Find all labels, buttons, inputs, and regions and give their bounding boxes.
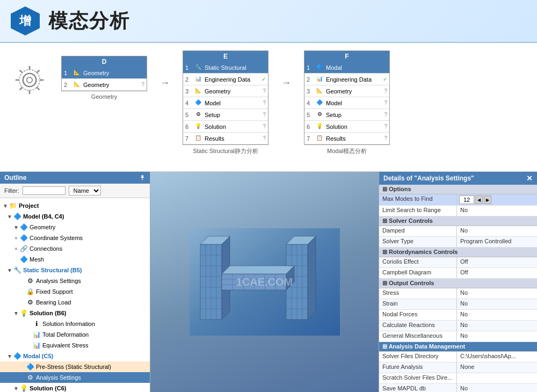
tree-bearing-load[interactable]: ⚙ Bearing Load xyxy=(0,297,150,308)
dt-row-strain: Strain No xyxy=(379,299,537,310)
tree-analysis-settings-b5[interactable]: ⚙ Analysis Settings xyxy=(0,275,150,286)
block-f-container: F 1 🔷 Modal 2 📊 Engineering Data ✓ 3 📐 G… xyxy=(304,50,390,155)
section-rotordynamics[interactable]: ⊞ Rotordynamics Controls xyxy=(379,248,537,257)
prestress-icon: 🔷 xyxy=(26,362,34,371)
outline-pin[interactable]: 🖈 xyxy=(139,174,146,182)
dt-val-future-analysis: None xyxy=(457,362,537,373)
block-e-row-5[interactable]: 5 ⚙ Setup ? xyxy=(183,109,268,121)
gear-area xyxy=(11,61,48,99)
geometry-tree-icon: 🔷 xyxy=(19,223,28,231)
workflow-area: D 1 📐 Geometry 2 📐 Geometry ? Geometry → xyxy=(0,43,537,172)
project-icon: 📁 xyxy=(9,201,17,210)
dt-val-scratch-solver xyxy=(457,373,537,383)
dt-key-campbell: Campbell Diagram xyxy=(379,268,457,278)
block-f-row-4[interactable]: 4 🔷 Model ? xyxy=(304,97,389,109)
dt-key-damped: Damped xyxy=(379,226,457,236)
tree-static-structural[interactable]: ▼ 🔧 Static Structural (B5) xyxy=(0,265,150,275)
tree-solution-c6[interactable]: ▼ 💡 Solution (C6) xyxy=(0,383,150,392)
svg-point-0 xyxy=(23,74,37,87)
section-output-controls[interactable]: ⊞ Output Controls xyxy=(379,279,537,288)
svg-marker-19 xyxy=(222,266,294,274)
tree-model[interactable]: ▼ 🔷 Model (B4, C4) xyxy=(0,211,150,222)
block-e-row-4[interactable]: 4 🔷 Model ? xyxy=(183,97,268,109)
block-e-row-6[interactable]: 6 💡 Solution ? xyxy=(183,121,268,133)
dt-val-limit-search: No xyxy=(457,206,537,216)
tree-solution-info-b6[interactable]: ℹ Solution Information xyxy=(0,318,150,329)
tree-connections[interactable]: + 🔗 Connections xyxy=(0,243,150,254)
dt-val-stress: No xyxy=(457,288,537,299)
block-e-row-1[interactable]: 1 🔧 Static Structural xyxy=(183,62,268,74)
details-close-btn[interactable]: ✕ xyxy=(526,174,533,183)
max-modes-back-btn[interactable]: ◀ xyxy=(475,195,483,204)
dt-val-solver-files-dir: C:\Users\shaosI\Ap... xyxy=(457,352,537,362)
filter-label: Filter: xyxy=(4,187,19,194)
dt-row-solver-type: Solver Type Program Controlled xyxy=(379,237,537,248)
modal-c5-icon: 🔷 xyxy=(13,352,21,360)
max-modes-fwd-btn[interactable]: ▶ xyxy=(484,195,491,204)
block-d-row-2[interactable]: 2 📐 Geometry ? xyxy=(62,79,147,91)
tree-solution-b6[interactable]: ▼ 💡 Solution (B6) xyxy=(0,308,150,318)
section-analysis-data-mgmt[interactable]: ⊞ Analysis Data Management xyxy=(379,342,537,352)
dt-row-stress: Stress No xyxy=(379,288,537,299)
block-f-row-1[interactable]: 1 🔷 Modal xyxy=(304,62,389,74)
dt-key-future-analysis: Future Analysis xyxy=(379,362,457,373)
block-f-row-3[interactable]: 3 📐 Geometry ? xyxy=(304,85,389,97)
connections-icon: 🔗 xyxy=(19,244,28,253)
block-d-header: D xyxy=(62,56,147,67)
block-f-row-6[interactable]: 6 💡 Solution ? xyxy=(304,121,389,133)
tree-project[interactable]: ▼ 📁 Project xyxy=(0,200,150,211)
main-area: D 1 📐 Geometry 2 📐 Geometry ? Geometry → xyxy=(0,43,537,392)
geometry-icon-2: 📐 xyxy=(72,81,81,89)
arrow-d-e: → xyxy=(160,77,170,89)
block-e-row-3[interactable]: 3 📐 Geometry ? xyxy=(183,85,268,97)
dt-key-max-modes: Max Modes to Find xyxy=(379,194,457,205)
tree-coord-systems[interactable]: + 🔷 Coordinate Systems xyxy=(0,233,150,243)
total-deformation-b6-icon: 📊 xyxy=(32,330,41,339)
dt-key-calc-reactions: Calculate Reactions xyxy=(379,321,457,331)
tree-total-deformation-b6[interactable]: 📊 Total Deformation xyxy=(0,329,150,340)
tree-equivalent-stress[interactable]: 📊 Equivalent Stress xyxy=(0,340,150,351)
dt-key-save-mapdl: Save MAPDL db xyxy=(379,384,457,392)
solution-c6-icon: 💡 xyxy=(19,384,28,392)
tree-fixed-support[interactable]: 🔒 Fixed Support xyxy=(0,286,150,297)
workflow-block-f: F 1 🔷 Modal 2 📊 Engineering Data ✓ 3 📐 G… xyxy=(304,50,390,145)
outline-panel: Outline 🖈 Filter: Name ▼ 📁 Project xyxy=(0,172,150,392)
dt-key-strain: Strain xyxy=(379,299,457,309)
filter-select[interactable]: Name xyxy=(69,186,101,195)
solution-b6-icon: 💡 xyxy=(19,309,28,317)
filter-input[interactable] xyxy=(23,186,66,195)
geometry-icon-1: 📐 xyxy=(72,69,81,77)
header-title: 模态分析 xyxy=(48,8,130,34)
block-d-caption: Geometry xyxy=(91,93,117,100)
section-solver-controls[interactable]: ⊞ Solver Controls xyxy=(379,216,537,226)
dt-row-max-modes: Max Modes to Find 12 ◀ ▶ xyxy=(379,194,537,206)
block-e-row-7[interactable]: 7 📋 Results ? xyxy=(183,133,268,144)
dt-row-damped: Damped No xyxy=(379,226,537,237)
dt-key-coriolis: Coriolis Effect xyxy=(379,257,457,267)
section-options[interactable]: ⊞ Options xyxy=(379,185,537,194)
dt-row-calc-reactions: Calculate Reactions No xyxy=(379,321,537,331)
details-header: Details of "Analysis Settings" ✕ xyxy=(379,172,537,185)
tree-modal-c5[interactable]: ▼ 🔷 Modal (C5) xyxy=(0,351,150,361)
model-icon: 🔷 xyxy=(13,212,21,221)
tree-analysis-settings-c5[interactable]: ⚙ Analysis Settings xyxy=(0,372,150,383)
dt-row-scratch-solver: Scratch Solver Files Dire... xyxy=(379,373,537,384)
tree-mesh[interactable]: 🔷 Mesh xyxy=(0,254,150,265)
dt-key-scratch-solver: Scratch Solver Files Dire... xyxy=(379,373,457,383)
dt-val-max-modes[interactable]: 12 ◀ ▶ xyxy=(457,194,537,205)
block-e-row-2[interactable]: 2 📊 Engineering Data ✓ xyxy=(183,74,268,85)
outline-filter: Filter: Name xyxy=(0,184,150,198)
dt-row-general-misc: General Miscellaneous No xyxy=(379,331,537,342)
dt-row-campbell: Campbell Diagram Off xyxy=(379,268,537,279)
block-f-row-7[interactable]: 7 📋 Results ? xyxy=(304,133,389,144)
dt-val-general-misc: No xyxy=(457,331,537,342)
tree-geometry[interactable]: ▼ 🔷 Geometry xyxy=(0,222,150,233)
block-f-row-5[interactable]: 5 ⚙ Setup ? xyxy=(304,109,389,121)
details-panel: Details of "Analysis Settings" ✕ ⊞ Optio… xyxy=(379,172,537,392)
block-d-row-1[interactable]: 1 📐 Geometry xyxy=(62,67,147,79)
dt-key-nodal-forces: Nodal Forces xyxy=(379,310,457,320)
dt-val-save-mapdl: No xyxy=(457,384,537,392)
center-panel: 1CAE.COM xyxy=(150,172,379,392)
tree-prestress[interactable]: 🔷 Pre-Stress (Static Structural) xyxy=(0,361,150,372)
block-f-row-2[interactable]: 2 📊 Engineering Data ✓ xyxy=(304,74,389,85)
